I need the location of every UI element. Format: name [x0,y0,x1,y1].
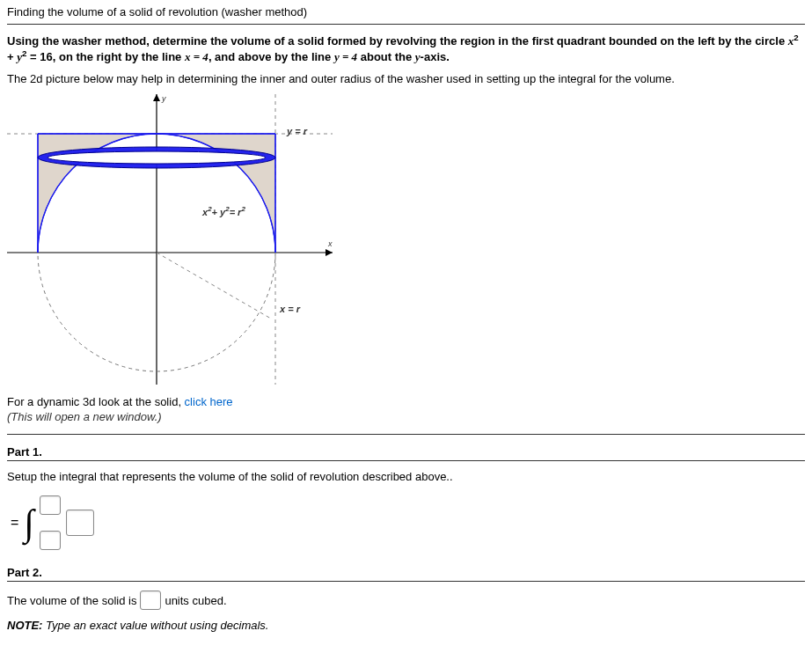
dynamic-3d-link[interactable]: click here [185,395,233,408]
svg-marker-3 [153,94,160,101]
integral-setup: = ∫ [11,495,805,550]
eq-line-y: y = 4 [334,50,357,63]
figure-2d: x y y = r x = r x2+ y2= r2 [7,94,341,385]
rule-after-part1 [7,460,805,461]
equals-sign: = [11,515,18,531]
dynamic-link-row: For a dynamic 3d look at the solid, clic… [7,395,805,408]
integral-limits [40,495,61,550]
axis-word: -axis. [421,50,450,63]
axis-y-label: y [161,94,166,103]
fig-label-y-eq-r: y = r [286,126,308,136]
dynamic-link-caption: (This will open a new window.) [7,410,805,423]
lower-limit-input[interactable] [40,531,61,550]
part1-heading: Part 1. [7,445,805,459]
dynamic-link-prefix: For a dynamic 3d look at the solid, [7,395,185,408]
part1-instruction: Setup the integral that represents the v… [7,470,805,483]
problem-statement: Using the washer method, determine the v… [7,33,805,65]
axis-x-label: x [327,239,333,248]
rule-after-part2 [7,581,805,582]
problem-lead-c: , and above by the line [208,50,334,63]
page-title: Finding the volume of a solid of revolut… [7,5,805,20]
note-body: Type an exact value without using decima… [42,619,268,632]
integral-symbol-icon: ∫ [24,504,34,541]
note-label: NOTE: [7,619,42,632]
volume-input[interactable] [140,591,161,610]
problem-lead-b: , on the right by the line [53,50,185,63]
problem-lead-d: about the [357,50,415,63]
problem-lead-a: Using the washer method, determine the v… [7,34,788,48]
part2-heading: Part 2. [7,566,805,579]
svg-text:x2+ y2= r2: x2+ y2= r2 [201,205,245,217]
upper-limit-input[interactable] [40,495,61,515]
hint-text: The 2d picture below may help in determi… [7,72,805,85]
eq-rhs: = 16 [26,50,52,63]
title-rule [7,24,805,25]
note-row: NOTE: Type an exact value without using … [7,619,805,632]
integrand-input[interactable] [66,510,94,536]
eq-plus: + [7,50,17,63]
svg-line-15 [157,253,271,319]
volume-lead: The volume of the solid is [7,594,136,607]
rule-before-part1 [7,434,805,435]
eq-x-exp: 2 [794,33,798,42]
volume-trail: units cubed. [165,594,226,607]
eq-line-x: x = 4 [185,50,208,63]
svg-marker-1 [326,249,333,256]
volume-answer-row: The volume of the solid is units cubed. [7,591,805,610]
fig-label-x-eq-r: x = r [279,304,301,314]
